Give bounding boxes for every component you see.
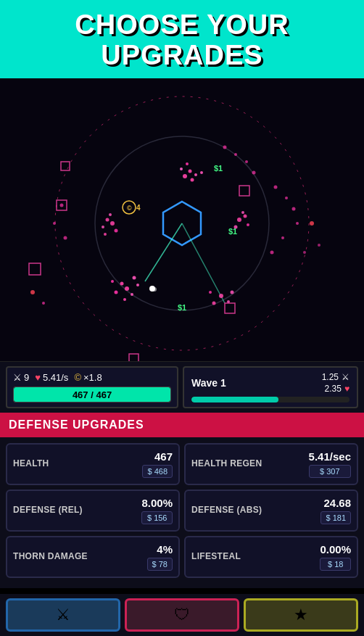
- svg-rect-0: [0, 78, 364, 361]
- game-area: $1 $1 $1 © 4: [0, 78, 364, 361]
- svg-point-16: [115, 228, 118, 232]
- upgrade-cost: $ 78: [147, 558, 173, 571]
- nav-sword-icon: ⚔: [56, 606, 70, 624]
- upgrades-title: DEFENSE UPGRADES: [9, 418, 144, 431]
- hud-left: ⚔ 9 ♥ 5.41/s © ×1.8 467 / 467: [6, 366, 178, 408]
- upgrade-name: Lifesteal: [191, 551, 241, 563]
- svg-point-8: [194, 173, 197, 176]
- svg-point-30: [133, 276, 136, 279]
- wave-progress-fill: [191, 397, 278, 402]
- upgrade-value-block: 4% $ 78: [147, 543, 173, 571]
- svg-point-36: [231, 290, 234, 294]
- upgrade-value: 4%: [147, 543, 173, 556]
- upgrade-cost: $ 181: [320, 511, 351, 524]
- svg-point-20: [244, 214, 247, 218]
- upgrade-cost: $ 18: [320, 558, 351, 571]
- upgrades-header: DEFENSE UPGRADES: [0, 413, 364, 437]
- upgrade-value: 8.00%: [141, 497, 173, 509]
- health-regen-stat: ♥ 5.41/s: [35, 372, 68, 383]
- upgrade-name: Thorn Damage: [13, 551, 88, 563]
- wave-stat-sword-value: 1.25: [322, 372, 339, 382]
- wave-stat-heart: 2.35 ♥: [325, 384, 349, 394]
- heart-icon: ♥: [35, 372, 41, 383]
- wave-progress-bar: [191, 397, 349, 402]
- svg-point-27: [115, 290, 118, 294]
- nav-sword-button[interactable]: ⚔: [6, 598, 120, 632]
- nav-star-icon: ★: [294, 606, 308, 624]
- upgrade-value: 5.41/sec: [309, 450, 351, 463]
- upgrade-card-2[interactable]: Defense (rel) 8.00% $ 156: [6, 490, 180, 532]
- svg-text:$1: $1: [214, 164, 223, 173]
- svg-point-7: [189, 169, 192, 173]
- svg-point-51: [223, 145, 227, 149]
- upgrade-name: Health Regen: [191, 458, 262, 470]
- nav-shield-button[interactable]: 🛡: [125, 598, 239, 632]
- svg-text:$1: $1: [178, 303, 186, 312]
- wave-stats: 1.25 ⚔ 2.35 ♥: [322, 372, 349, 394]
- upgrade-card-5[interactable]: Lifesteal 0.00% $ 18: [184, 536, 358, 578]
- upgrade-cost: $ 468: [142, 465, 173, 478]
- svg-point-52: [234, 153, 237, 156]
- svg-point-35: [209, 291, 212, 294]
- upgrade-value-block: 0.00% $ 18: [320, 543, 351, 571]
- svg-point-6: [183, 174, 187, 178]
- upgrade-cost: $ 156: [141, 511, 173, 524]
- svg-point-45: [318, 244, 320, 247]
- upgrade-value-block: 8.00% $ 156: [141, 497, 173, 524]
- svg-point-33: [212, 301, 216, 305]
- svg-point-18: [104, 233, 107, 236]
- upgrade-name: Health: [13, 458, 49, 470]
- svg-point-49: [30, 290, 35, 294]
- svg-point-29: [123, 298, 126, 301]
- svg-point-31: [111, 280, 114, 283]
- upgrades-section: DEFENSE UPGRADES Health 467 $ 468 Health…: [0, 413, 364, 588]
- upgrade-card-3[interactable]: Defense (abs) 24.68 $ 181: [184, 490, 358, 532]
- upgrade-card-0[interactable]: Health 467 $ 468: [6, 443, 180, 485]
- svg-point-24: [125, 286, 129, 291]
- svg-point-40: [296, 222, 299, 225]
- svg-point-17: [109, 213, 112, 216]
- svg-point-46: [60, 203, 64, 207]
- svg-point-12: [200, 171, 203, 174]
- upgrade-name: Defense (rel): [13, 505, 83, 516]
- upgrade-value-block: 467 $ 468: [142, 450, 173, 478]
- page-header: CHOOSE YOUR UPGRADES: [0, 0, 364, 78]
- nav-star-button[interactable]: ★: [244, 598, 358, 632]
- upgrades-grid: Health 467 $ 468 Health Regen 5.41/sec $…: [6, 443, 358, 578]
- svg-point-38: [285, 197, 288, 199]
- hud-right: Wave 1 1.25 ⚔ 2.35 ♥: [183, 366, 358, 408]
- upgrade-card-1[interactable]: Health Regen 5.41/sec $ 307: [184, 443, 358, 485]
- sword-icon: ⚔: [13, 372, 22, 383]
- svg-point-53: [245, 160, 248, 163]
- svg-point-48: [64, 236, 67, 239]
- upgrade-value: 24.68: [320, 497, 351, 509]
- svg-point-10: [191, 178, 194, 181]
- svg-point-26: [131, 293, 133, 296]
- upgrade-value-block: 24.68 $ 181: [320, 497, 351, 524]
- svg-point-15: [102, 226, 104, 228]
- health-bar-text: 467 / 467: [73, 389, 112, 400]
- wave-info: Wave 1 1.25 ⚔ 2.35 ♥: [191, 372, 349, 394]
- health-regen-value: 5.41/s: [43, 372, 68, 383]
- svg-point-54: [252, 170, 256, 174]
- bottom-nav: ⚔ 🛡 ★: [0, 594, 364, 636]
- upgrade-value: 0.00%: [320, 543, 351, 556]
- svg-point-11: [186, 162, 189, 165]
- svg-point-9: [180, 168, 183, 170]
- upgrade-name: Defense (abs): [191, 505, 262, 516]
- svg-point-44: [310, 221, 314, 226]
- upgrade-card-4[interactable]: Thorn Damage 4% $ 78: [6, 536, 180, 578]
- svg-point-13: [110, 221, 115, 226]
- upgrade-cost: $ 307: [309, 465, 351, 478]
- svg-text:4: 4: [136, 204, 141, 212]
- svg-point-47: [53, 222, 56, 225]
- svg-point-41: [281, 236, 284, 239]
- svg-point-42: [270, 250, 274, 254]
- coin-icon: ©: [74, 372, 81, 383]
- sword-stat: ⚔ 9: [13, 372, 29, 383]
- wave-stat-sword: 1.25 ⚔: [322, 372, 349, 382]
- svg-point-22: [247, 223, 249, 226]
- hud-stats-row: ⚔ 9 ♥ 5.41/s © ×1.8: [13, 372, 171, 383]
- multiplier-value: ×1.8: [83, 372, 102, 383]
- hud-panel: ⚔ 9 ♥ 5.41/s © ×1.8 467 / 467 Wave 1 1.2…: [0, 361, 364, 413]
